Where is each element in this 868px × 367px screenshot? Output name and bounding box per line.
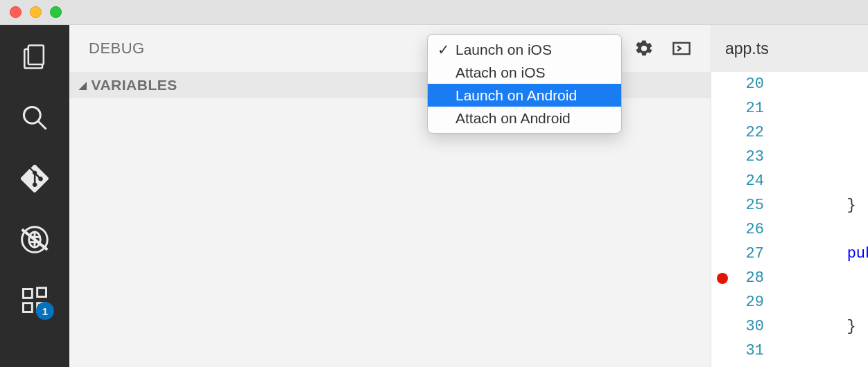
dropdown-item-label: Launch on Android	[455, 87, 577, 104]
line-number[interactable]: 22	[711, 120, 764, 145]
code-area[interactable]: set } pub }	[774, 72, 868, 367]
svg-rect-12	[37, 288, 46, 297]
editor-tab[interactable]: app.ts	[711, 25, 868, 72]
title-bar	[0, 0, 868, 25]
line-number[interactable]: 24	[711, 169, 764, 193]
line-number[interactable]: 25	[711, 193, 764, 217]
line-number[interactable]: 23	[711, 145, 764, 169]
svg-rect-10	[24, 303, 33, 312]
svg-rect-9	[24, 289, 33, 298]
code-line	[774, 120, 868, 145]
extensions-icon[interactable]: 1	[19, 285, 50, 316]
code-line	[774, 339, 868, 363]
code-line	[774, 290, 868, 314]
line-number[interactable]: 20	[711, 72, 764, 96]
search-icon[interactable]	[19, 102, 50, 133]
dropdown-item-label: Attach on iOS	[455, 64, 546, 81]
code-line	[774, 169, 868, 193]
debug-console-icon[interactable]	[672, 39, 691, 58]
code-line: set	[774, 72, 868, 96]
editor-body[interactable]: 202122232425262728293031 set } pub }	[711, 72, 868, 367]
line-number[interactable]: 28	[711, 266, 764, 290]
dropdown-item[interactable]: Attach on iOS	[428, 61, 621, 84]
svg-point-1	[24, 107, 40, 123]
code-line	[774, 217, 868, 242]
twisty-icon: ◢	[79, 80, 87, 91]
debug-title: DEBUG	[89, 39, 145, 57]
svg-line-2	[39, 122, 46, 129]
dropdown-item-label: Launch on iOS	[455, 42, 552, 58]
dropdown-item-label: Attach on Android	[455, 110, 571, 127]
line-number[interactable]: 27	[711, 242, 764, 266]
code-line	[774, 145, 868, 169]
gear-icon[interactable]	[634, 39, 654, 58]
activity-bar: 1	[0, 25, 69, 367]
code-line: pub	[774, 242, 868, 266]
window-close-button[interactable]	[10, 6, 21, 18]
window-minimize-button[interactable]	[30, 6, 42, 18]
line-number[interactable]: 21	[711, 96, 764, 120]
code-line	[774, 266, 868, 290]
dropdown-item[interactable]: ✓Launch on iOS	[428, 38, 621, 61]
debug-icon[interactable]	[19, 224, 50, 255]
tab-filename: app.ts	[725, 39, 769, 58]
gutter[interactable]: 202122232425262728293031	[711, 72, 774, 367]
dropdown-item[interactable]: Launch on Android	[428, 84, 621, 107]
code-line	[774, 96, 868, 120]
breakpoint-icon[interactable]	[717, 273, 728, 284]
line-number[interactable]: 31	[711, 339, 764, 363]
dropdown-item[interactable]: Attach on Android	[428, 107, 621, 129]
debug-config-dropdown[interactable]: ✓Launch on iOSAttach on iOSLaunch on And…	[427, 34, 622, 134]
line-number[interactable]: 30	[711, 314, 764, 339]
line-number[interactable]: 29	[711, 290, 764, 314]
git-icon[interactable]	[19, 163, 50, 194]
window-maximize-button[interactable]	[50, 6, 62, 18]
code-line: }	[774, 314, 868, 339]
check-icon: ✓	[437, 42, 450, 58]
extensions-badge: 1	[36, 302, 54, 320]
code-line: }	[774, 193, 868, 217]
variables-label: VARIABLES	[92, 77, 177, 93]
editor: app.ts 202122232425262728293031 set } pu…	[711, 25, 868, 367]
svg-rect-0	[28, 46, 44, 65]
line-number[interactable]: 26	[711, 217, 764, 242]
explorer-icon[interactable]	[19, 42, 50, 72]
